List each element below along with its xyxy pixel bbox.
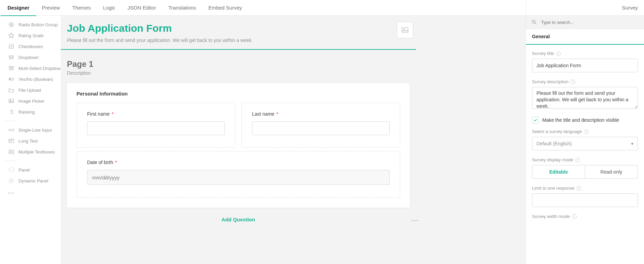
help-icon[interactable]: ? [556,51,561,56]
toolbox-text[interactable]: Single-Line Input [0,124,60,135]
logo-placeholder[interactable] [397,22,413,38]
folder-icon [8,87,14,93]
required-mark: * [110,111,113,117]
field-label: Survey title? [532,51,638,56]
toolbox-rating[interactable]: Rating Scale [0,30,60,41]
first-name-input[interactable] [87,121,225,135]
toolbox-more-button[interactable] [0,186,60,199]
toolbox-checkboxes[interactable]: Checkboxes [0,41,60,52]
property-tab-general[interactable]: General [526,29,644,44]
toolbox-paneldynamic[interactable]: Dynamic Panel [0,175,60,186]
property-header: Survey [526,0,644,16]
svg-rect-10 [9,56,14,57]
question-dob[interactable]: Date of birth * mm/dd/yyyy [76,151,400,197]
property-search-input[interactable] [540,19,639,25]
field-label: Survey display mode? [532,157,638,162]
toolbox-multipletext[interactable]: Multiple Textboxes [0,146,60,157]
toolbox-panel[interactable]: Panel [0,164,60,175]
toolbox-multiselect[interactable]: Multi-Select Dropdown [0,63,60,74]
svg-point-41 [412,220,413,221]
multitext-icon [8,149,14,155]
toolbox-label: File Upload [18,88,41,93]
field-label: Survey width mode? [532,214,638,219]
toolbox-label: Dynamic Panel [18,178,48,184]
help-icon[interactable]: ? [571,79,575,84]
tab-logic[interactable]: Logic [103,0,115,16]
limit-response-select[interactable] [532,193,638,207]
property-object-name[interactable]: Survey [622,5,638,11]
tab-json-editor[interactable]: JSON Editor [128,0,156,16]
question-first-name[interactable]: First name * [76,103,235,148]
page-title[interactable]: Page 1 [67,59,416,69]
svg-rect-32 [9,150,14,151]
page-more-icon[interactable] [411,217,419,222]
toolbox-radio-group[interactable]: Radio Button Group [0,19,60,30]
toolbox-divider [5,121,17,121]
question-last-name[interactable]: Last name * [241,103,400,148]
field-label: Limit to one response? [532,186,638,191]
page-header[interactable]: Page 1 Description [61,50,416,76]
survey-title-input[interactable] [532,59,638,72]
svg-marker-8 [9,33,14,38]
longtext-icon [8,138,14,144]
survey-description-input[interactable] [532,87,638,109]
toolbox-label: Long Text [18,138,38,144]
question-label[interactable]: Last name * [252,111,390,117]
help-icon[interactable]: ? [576,186,581,191]
svg-point-18 [10,78,11,80]
toolbox-ranking[interactable]: Ranking [0,106,60,117]
dob-input[interactable]: mm/dd/yyyy [87,170,390,185]
display-mode-editable[interactable]: Editable [532,165,585,178]
tab-designer[interactable]: Designer [8,0,29,16]
help-icon[interactable]: ? [572,214,577,219]
help-icon[interactable]: ? [575,158,580,162]
property-panel: Survey General Survey title? Survey desc… [526,16,644,264]
survey-header[interactable]: Job Application Form Please fill out the… [61,16,416,50]
toggle-icon [8,76,14,82]
property-search[interactable] [526,16,644,29]
toolbox-boolean[interactable]: Yes/No (Boolean) [0,74,60,85]
toolbox-imagepicker[interactable]: Image Picker [0,96,60,106]
toolbox-label: Checkboxes [18,44,43,49]
tab-preview[interactable]: Preview [42,0,60,16]
designer-canvas[interactable]: Job Application Form Please fill out the… [61,16,526,264]
svg-rect-13 [9,67,11,68]
tab-translations[interactable]: Translations [168,0,196,16]
last-name-input[interactable] [252,121,390,135]
display-mode-readonly[interactable]: Read-only [585,165,638,178]
image-icon [401,26,409,34]
toolbox-comment[interactable]: Long Text [0,135,60,146]
star-icon [8,32,14,39]
survey-title[interactable]: Job Application Form [67,23,416,34]
toolbox-label: Ranking [18,109,35,115]
panel-personal-info[interactable]: Personal Information First name * Last n… [67,83,410,208]
tab-embed[interactable]: Embed Survey [208,0,242,16]
svg-point-7 [11,24,12,26]
svg-rect-27 [9,129,14,131]
visible-checkbox-row[interactable]: Make the title and description visible [532,117,638,123]
page-description[interactable]: Description [67,70,416,76]
display-mode-segmented: Editable Read-only [532,165,638,179]
field-label: Survey description? [532,79,638,84]
tab-themes[interactable]: Themes [72,0,91,16]
svg-rect-33 [9,152,14,154]
label-text: Last name [252,111,274,117]
panel-icon [8,167,14,173]
svg-point-42 [414,220,415,221]
svg-line-45 [535,23,536,24]
add-question-label: Add Question [222,217,255,222]
toolbox-file[interactable]: File Upload [0,85,60,96]
select-value: Default (English) [536,141,572,146]
survey-description[interactable]: Please fill out the form and send your a… [67,38,416,43]
question-label[interactable]: First name * [87,111,225,117]
svg-point-6 [9,23,13,27]
panel-title[interactable]: Personal Information [76,91,400,97]
add-question-button[interactable]: Add Question [61,208,416,231]
checkbox-checked-icon[interactable] [532,117,539,123]
toolbox-divider [5,161,17,161]
toolbox-dropdown[interactable]: Dropdown [0,52,60,63]
language-select[interactable]: Default (English) ▾ [532,137,638,150]
question-label[interactable]: Date of birth * [87,160,390,165]
help-icon[interactable]: ? [584,129,589,134]
ranking-icon [8,109,14,115]
